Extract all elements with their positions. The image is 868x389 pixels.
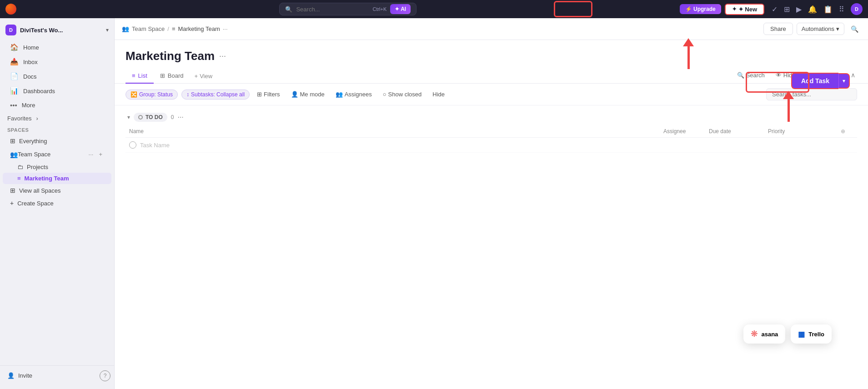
breadcrumb-team-space-icon: 👥 [122, 25, 129, 32]
grid-icon[interactable]: ⊞ [784, 5, 790, 14]
task-status-circle[interactable] [129, 141, 136, 149]
breadcrumb-dots[interactable]: ··· [223, 25, 228, 32]
header-search-button[interactable]: 🔍 [848, 23, 861, 35]
global-search-bar[interactable]: 🔍 Ctrl+K ✦ AI [279, 3, 416, 15]
user-avatar[interactable]: D [851, 3, 863, 15]
add-column-button[interactable]: ⊕ [841, 128, 853, 135]
search-view-label: Search [746, 72, 765, 79]
sidebar-item-everything[interactable]: ⊞ Everything [3, 135, 111, 147]
sidebar-item-view-all-spaces[interactable]: ⊞ View all Spaces [3, 184, 111, 197]
subtasks-label: Subtasks: Collapse all [191, 91, 245, 98]
workspace-chevron-icon: ▾ [106, 27, 109, 33]
team-space-icon: 👥 [10, 151, 18, 158]
search-view-button[interactable]: 🔍 Search [733, 70, 768, 80]
sidebar-item-projects[interactable]: 🗀 Projects [3, 161, 111, 173]
plus-icon: ✦ [732, 6, 737, 12]
app-logo [5, 4, 16, 15]
sidebar-item-docs[interactable]: 📄 Docs [3, 69, 111, 84]
sidebar-item-create-space[interactable]: + Create Space [3, 197, 111, 209]
team-space-actions: ··· + [87, 150, 104, 159]
favorites-arrow-icon: › [36, 115, 38, 122]
apps-icon[interactable]: ⠿ [839, 5, 844, 14]
automations-dropdown-icon: ▾ [836, 25, 839, 32]
docs-icon: 📄 [10, 72, 19, 80]
search-shortcut: Ctrl+K [372, 6, 386, 12]
sidebar-item-inbox[interactable]: 📥 Inbox [3, 55, 111, 69]
breadcrumb-team-space[interactable]: Team Space [132, 25, 165, 32]
share-button[interactable]: Share [763, 23, 793, 35]
import-popups: ❊ asana ▦ Trello [743, 324, 832, 344]
search-input[interactable] [296, 6, 369, 13]
dashboards-icon: 📊 [10, 87, 19, 95]
me-mode-label: Me mode [300, 91, 325, 98]
add-view-button[interactable]: + View [190, 69, 217, 83]
list-tab-label: List [138, 72, 147, 79]
asana-logo-icon: ❊ [751, 329, 758, 339]
tab-list[interactable]: ≡ List [125, 69, 154, 84]
add-task-button[interactable]: Add Task [791, 73, 838, 89]
tab-board[interactable]: ⊞ Board [154, 69, 190, 84]
breadcrumb-current[interactable]: Marketing Team [178, 25, 220, 32]
content-header: 👥 Team Space / ≡ Marketing Team ··· Shar… [115, 18, 868, 40]
filters-button[interactable]: ⊞ Filters [253, 90, 283, 99]
checkmark-icon[interactable]: ✓ [772, 5, 778, 14]
ai-button[interactable]: ✦ AI [390, 4, 411, 14]
todo-more-button[interactable]: ··· [177, 113, 183, 121]
hide-filter-button[interactable]: Hide [429, 90, 448, 99]
sidebar-item-marketing-team[interactable]: ≡ Marketing Team [3, 173, 111, 184]
trello-label: Trello [808, 331, 824, 338]
page-title: Marketing Team [125, 49, 215, 63]
sidebar-item-label: Home [23, 44, 39, 51]
group-status-icon: 🔀 [130, 91, 137, 98]
group-status-filter[interactable]: 🔀 Group: Status [125, 90, 178, 100]
favorites-section[interactable]: Favorites › [0, 112, 114, 125]
help-button[interactable]: ? [100, 370, 110, 381]
table-row[interactable]: Task Name [125, 138, 857, 153]
invite-button[interactable]: 👤 Invite [4, 369, 96, 382]
view-tabs: ≡ List ⊞ Board + View 🔍 Search [115, 63, 868, 84]
everything-label: Everything [19, 138, 47, 145]
sidebar-item-team-space[interactable]: 👥 Team Space ··· + [3, 147, 111, 161]
task-name-placeholder[interactable]: Task Name [140, 142, 853, 149]
new-button[interactable]: ✦ ✦ New [725, 4, 764, 15]
assignees-button[interactable]: 👥 Assignees [332, 90, 376, 99]
view-collapse-button[interactable]: ∧ [849, 70, 857, 80]
doc-icon[interactable]: 📋 [823, 5, 833, 14]
task-table-header: Name Assignee Due date Priority ⊕ [125, 125, 857, 138]
sidebar-item-label: Docs [23, 73, 37, 80]
asana-import-popup[interactable]: ❊ asana [743, 324, 785, 344]
hide-filter-label: Hide [432, 91, 445, 98]
invite-icon: 👤 [7, 372, 15, 379]
workspace-name: DiviTest's Wo... [20, 27, 102, 34]
search-tasks-input[interactable] [766, 88, 857, 100]
bell-icon[interactable]: 🔔 [808, 5, 817, 14]
subtasks-filter[interactable]: ↕ Subtasks: Collapse all [181, 90, 250, 100]
me-mode-button[interactable]: 👤 Me mode [287, 90, 328, 99]
show-closed-icon: ○ [383, 91, 386, 98]
trello-import-popup[interactable]: ▦ Trello [791, 324, 832, 344]
sidebar-item-dashboards[interactable]: 📊 Dashboards [3, 84, 111, 98]
duedate-column-header: Due date [709, 128, 768, 135]
page-title-dots[interactable]: ··· [219, 51, 226, 61]
sidebar-item-more[interactable]: ••• More [3, 98, 111, 112]
workspace-selector[interactable]: D DiviTest's Wo... ▾ [0, 22, 114, 40]
todo-label: TO DO [146, 114, 163, 120]
team-space-more-btn[interactable]: ··· [87, 150, 95, 159]
top-navigation: 🔍 Ctrl+K ✦ AI ⚡ Upgrade ✦ ✦ New ✓ ⊞ ▶ 🔔 … [0, 0, 868, 18]
asana-label: asana [761, 331, 778, 338]
team-space-add-btn[interactable]: + [97, 150, 104, 159]
sidebar-item-label: Inbox [23, 59, 38, 65]
list-icon: ≡ [17, 175, 21, 182]
add-task-dropdown-button[interactable]: ▾ [838, 73, 850, 89]
upgrade-button[interactable]: ⚡ Upgrade [680, 4, 721, 14]
todo-collapse-button[interactable]: ▾ [127, 114, 130, 120]
filters-label: Filters [264, 91, 280, 98]
video-icon[interactable]: ▶ [796, 5, 802, 14]
view-all-icon: ⊞ [10, 187, 15, 194]
show-closed-button[interactable]: ○ Show closed [379, 90, 426, 99]
team-space-label: Team Space [18, 151, 50, 158]
sidebar-item-home[interactable]: 🏠 Home [3, 40, 111, 55]
todo-badge: TO DO [134, 113, 167, 122]
todo-section: ▾ TO DO 0 ··· Name Assignee Due date Pr [125, 109, 857, 153]
automations-button[interactable]: Automations ▾ [797, 23, 844, 35]
